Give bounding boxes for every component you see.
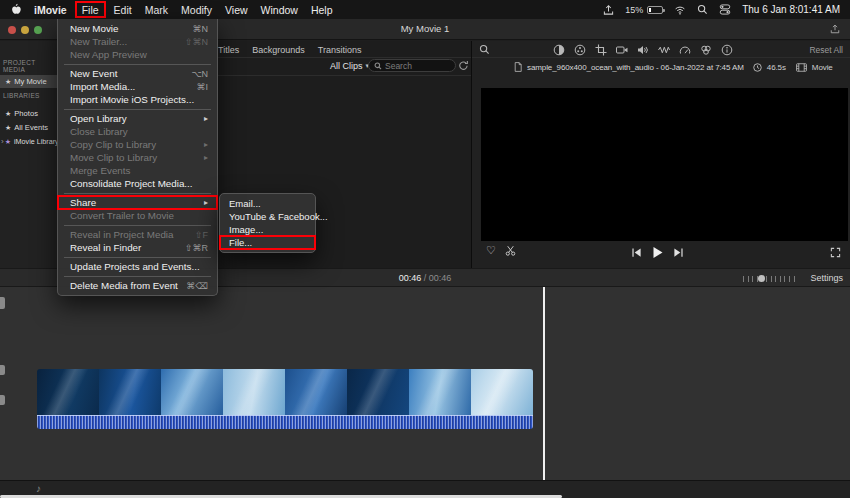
clip-filter-dropdown[interactable]: All Clips ▾ xyxy=(330,61,369,71)
project-icon: ★ xyxy=(5,78,11,85)
share-submenu: Email... YouTube & Facebook... Image... … xyxy=(219,193,316,253)
sidebar-section-libraries: LIBRARIES xyxy=(3,92,40,99)
upload-status-icon[interactable] xyxy=(603,4,614,16)
reset-all-button[interactable]: Reset All xyxy=(809,45,843,55)
menubar-item-edit[interactable]: Edit xyxy=(114,4,132,16)
submenu-arrow-icon: ▸ xyxy=(204,153,208,162)
zoom-viewer-icon[interactable] xyxy=(479,44,490,55)
audio-waveform[interactable] xyxy=(37,415,533,429)
stabilization-icon[interactable] xyxy=(616,44,628,56)
clip-name: sample_960x400_ocean_with_audio - 06-Jan… xyxy=(527,63,744,72)
menubar-item-modify[interactable]: Modify xyxy=(181,4,212,16)
clip-duration: 46.5s xyxy=(767,63,786,72)
horizontal-scrollbar[interactable] xyxy=(0,495,562,498)
sidebar-item-photos[interactable]: ★ Photos xyxy=(0,107,57,120)
zoom-slider-knob[interactable] xyxy=(758,275,765,282)
submenu-item-youtube-facebook[interactable]: YouTube & Facebook... xyxy=(220,210,315,223)
sidebar-item-my-movie[interactable]: ★ My Movie xyxy=(0,75,57,88)
favorite-heart-icon[interactable]: ♡ xyxy=(486,245,496,256)
menubar-status-area: 15% Thu 6 Jan 8:01:41 AM xyxy=(603,4,840,16)
playhead[interactable] xyxy=(543,287,545,480)
tab-transitions[interactable]: Transitions xyxy=(318,45,362,55)
menu-item-import-ios-projects[interactable]: Import iMovie iOS Projects... xyxy=(58,93,217,106)
timeline-edge-marker xyxy=(0,395,5,405)
library-icon: ★ xyxy=(5,138,11,145)
clip-thumbnail xyxy=(471,369,533,415)
sidebar-item-all-events[interactable]: ★ All Events xyxy=(0,121,57,134)
volume-icon[interactable] xyxy=(637,44,649,56)
menubar-clock[interactable]: Thu 6 Jan 8:01:41 AM xyxy=(742,4,840,15)
share-icon[interactable] xyxy=(830,23,840,35)
control-center-icon[interactable] xyxy=(719,4,731,15)
playback-controls xyxy=(631,246,684,259)
menu-item-convert-trailer-to-movie: Convert Trailer to Movie xyxy=(58,209,217,222)
search-input[interactable] xyxy=(385,61,447,71)
timeline-edge-marker xyxy=(0,365,5,375)
speed-icon[interactable] xyxy=(679,44,691,56)
menubar-item-window[interactable]: Window xyxy=(261,4,298,16)
viewer-clip-actions: ♡ xyxy=(486,245,516,256)
menu-item-new-movie[interactable]: New Movie⌘N xyxy=(58,22,217,35)
bottom-bar: ♪ xyxy=(0,480,850,498)
menubar-item-help[interactable]: Help xyxy=(311,4,333,16)
submenu-arrow-icon: ▸ xyxy=(204,198,208,207)
video-preview[interactable] xyxy=(481,88,848,241)
star-icon: ★ xyxy=(5,110,11,117)
battery-indicator[interactable]: 15% xyxy=(625,5,663,15)
clip-thumbnail xyxy=(37,369,99,415)
file-menu-dropdown: New Movie⌘N New Trailer...⇧⌘N New App Pr… xyxy=(57,19,218,296)
menu-item-new-event[interactable]: New Event⌥N xyxy=(58,67,217,80)
filters-icon[interactable] xyxy=(700,44,712,56)
menu-item-update-projects-and-events[interactable]: Update Projects and Events... xyxy=(58,260,217,273)
play-icon[interactable] xyxy=(651,246,664,259)
crop-icon[interactable] xyxy=(595,44,607,56)
submenu-item-email[interactable]: Email... xyxy=(220,197,315,210)
sidebar-item-imovie-library[interactable]: › ★ iMovie Library xyxy=(0,135,57,148)
menu-item-new-trailer: New Trailer...⇧⌘N xyxy=(58,35,217,48)
media-kind-label: Movie xyxy=(812,63,833,72)
scissors-icon[interactable] xyxy=(505,245,516,256)
disclosure-triangle-icon[interactable]: › xyxy=(1,137,4,146)
menu-item-copy-clip-to-library: Copy Clip to Library▸ xyxy=(58,138,217,151)
document-icon xyxy=(514,62,522,72)
menu-item-merge-events: Merge Events xyxy=(58,164,217,177)
menubar-item-mark[interactable]: Mark xyxy=(145,4,168,16)
search-box xyxy=(368,59,456,72)
info-icon[interactable] xyxy=(721,44,733,56)
apple-menu-icon[interactable] xyxy=(10,3,21,16)
music-note-icon: ♪ xyxy=(36,483,41,494)
tab-backgrounds[interactable]: Backgrounds xyxy=(252,45,305,55)
spotlight-search-icon[interactable] xyxy=(697,4,708,15)
menu-item-import-media[interactable]: Import Media...⌘I xyxy=(58,80,217,93)
clock-icon xyxy=(753,63,762,72)
skip-back-icon[interactable] xyxy=(631,247,642,258)
tab-titles[interactable]: Titles xyxy=(218,45,239,55)
menubar-item-imovie[interactable]: iMovie xyxy=(34,4,67,16)
wifi-icon[interactable] xyxy=(674,5,686,15)
submenu-item-image[interactable]: Image... xyxy=(220,223,315,236)
clip-info-row: sample_960x400_ocean_with_audio - 06-Jan… xyxy=(514,62,833,72)
menu-item-open-library[interactable]: Open Library▸ xyxy=(58,112,217,125)
submenu-item-file[interactable]: File... xyxy=(220,236,315,249)
color-balance-icon[interactable] xyxy=(553,44,565,56)
menu-item-delete-media-from-event[interactable]: Delete Media from Event⌘⌫ xyxy=(58,279,217,292)
skip-forward-icon[interactable] xyxy=(673,247,684,258)
menu-item-consolidate-project-media[interactable]: Consolidate Project Media... xyxy=(58,177,217,190)
menu-item-close-library: Close Library xyxy=(58,125,217,138)
timeline-zoom-slider[interactable] xyxy=(743,276,798,282)
star-icon: ★ xyxy=(5,124,11,131)
menu-item-reveal-in-finder[interactable]: Reveal in Finder⇧⌘R xyxy=(58,241,217,254)
timeline-video-clip[interactable] xyxy=(37,369,533,415)
fullscreen-icon[interactable] xyxy=(830,247,841,258)
menubar-item-view[interactable]: View xyxy=(225,4,248,16)
noise-reduction-icon[interactable] xyxy=(658,44,670,56)
sidebar-section-project-media: PROJECT MEDIA xyxy=(3,59,57,73)
timeline-settings-button[interactable]: Settings xyxy=(810,273,843,283)
menubar-item-file[interactable]: File xyxy=(75,1,106,18)
menu-item-new-app-preview: New App Preview xyxy=(58,48,217,61)
color-correction-icon[interactable] xyxy=(574,44,586,56)
film-icon xyxy=(796,63,807,72)
refresh-icon[interactable] xyxy=(458,60,469,71)
clip-thumbnail xyxy=(161,369,223,415)
menu-item-share[interactable]: Share▸ xyxy=(58,196,217,209)
